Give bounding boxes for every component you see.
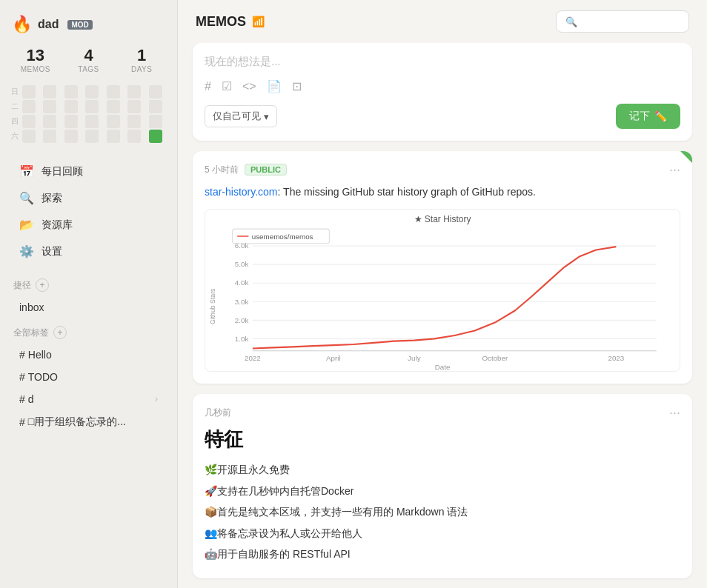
- nav-daily-review[interactable]: 📅 每日回顾: [6, 158, 171, 184]
- search-box[interactable]: 🔍: [556, 10, 689, 33]
- memo-content-1: star-history.com: The missing GitHub sta…: [205, 184, 680, 200]
- cal-cell[interactable]: [107, 115, 120, 128]
- cal-cell[interactable]: [64, 130, 78, 143]
- tag-d[interactable]: # d ›: [6, 389, 171, 410]
- document-icon[interactable]: 📄: [267, 79, 282, 93]
- tag-d-label: # d: [19, 393, 34, 405]
- more-options-button-2[interactable]: ···: [669, 406, 680, 419]
- memo-card-1: 5 小时前 PUBLIC ··· star-history.com: The m…: [193, 151, 692, 384]
- svg-text:5.0k: 5.0k: [235, 261, 249, 269]
- stat-tags: 4 TAGS: [62, 46, 116, 73]
- cal-cell[interactable]: [43, 130, 56, 143]
- memo-meta-2: 几秒前: [205, 407, 231, 419]
- submit-button[interactable]: 记下 ✏️: [616, 104, 680, 129]
- svg-text:Date: Date: [435, 363, 451, 371]
- cal-cell[interactable]: [43, 115, 56, 128]
- shortcuts-add-button[interactable]: +: [36, 278, 49, 292]
- cal-cell[interactable]: [22, 100, 36, 113]
- tag-todo[interactable]: # TODO: [6, 367, 171, 387]
- stat-days-value: 1: [137, 46, 146, 65]
- svg-text:4.0k: 4.0k: [235, 279, 249, 287]
- cal-cell[interactable]: [85, 85, 99, 98]
- svg-text:April: April: [326, 354, 341, 362]
- nav-explore-label: 探索: [42, 192, 62, 205]
- svg-text:★ Star History: ★ Star History: [414, 215, 471, 225]
- svg-text:1.0k: 1.0k: [235, 335, 249, 343]
- cal-cell[interactable]: [107, 85, 120, 98]
- cal-cell[interactable]: [64, 85, 78, 98]
- shortcut-inbox-label: inbox: [19, 301, 44, 313]
- mod-badge: MOD: [67, 20, 92, 30]
- tags-add-button[interactable]: +: [53, 326, 67, 339]
- nav-explore[interactable]: 🔍 探索: [6, 185, 171, 211]
- cal-row-label: 六: [9, 130, 21, 143]
- memo-header-2: 几秒前 ···: [205, 406, 680, 419]
- svg-text:2.0k: 2.0k: [235, 316, 249, 324]
- code-icon[interactable]: <>: [242, 80, 256, 93]
- page-title-text: MEMOS: [196, 14, 246, 30]
- nav-settings[interactable]: ⚙️ 设置: [6, 238, 171, 264]
- star-history-link[interactable]: star-history.com: [205, 186, 278, 198]
- cal-cell[interactable]: [107, 130, 120, 143]
- cal-cell[interactable]: [22, 115, 36, 128]
- tag-hello-label: # Hello: [19, 349, 52, 361]
- tag-todo-label: # TODO: [19, 371, 58, 383]
- cal-cell[interactable]: [107, 100, 120, 113]
- search-icon: 🔍: [565, 16, 577, 27]
- sidebar: 🔥 dad MOD 13 MEMOS 4 TAGS 1 DAYS 日二四六 📅 …: [0, 0, 178, 588]
- more-options-button-1[interactable]: ···: [669, 163, 680, 176]
- cal-cell[interactable]: [127, 85, 141, 98]
- cal-cell[interactable]: [85, 100, 99, 113]
- cal-cell[interactable]: [64, 115, 78, 128]
- feature-item-1: 🌿开源且永久免费: [205, 461, 680, 478]
- svg-text:July: July: [408, 354, 421, 362]
- search-input[interactable]: [582, 16, 680, 27]
- stat-days-label: DAYS: [131, 65, 153, 73]
- memos-list: 现在的想法是... # ☑ <> 📄 ⊡ 仅自己可见 ▾ 记下 ✏️: [178, 43, 707, 588]
- compose-placeholder[interactable]: 现在的想法是...: [205, 55, 680, 69]
- nav-section: 📅 每日回顾 🔍 探索 📂 资源库 ⚙️ 设置: [0, 152, 177, 271]
- feature-item-5: 🤖用于自助服务的 RESTful API: [205, 546, 680, 562]
- settings-icon: ⚙️: [19, 244, 34, 258]
- logo-icon: 🔥: [12, 15, 32, 34]
- nav-resources[interactable]: 📂 资源库: [6, 212, 171, 238]
- memo-title-2: 特征: [205, 427, 680, 452]
- cal-cell[interactable]: [64, 100, 78, 113]
- nav-resources-label: 资源库: [42, 218, 73, 232]
- cal-cell[interactable]: [127, 115, 141, 128]
- fullscreen-icon[interactable]: ⊡: [292, 79, 302, 93]
- cal-cell[interactable]: [43, 100, 56, 113]
- cal-cell[interactable]: [22, 85, 36, 98]
- cal-cell[interactable]: [43, 85, 56, 98]
- chevron-down-icon: ▾: [264, 111, 269, 122]
- cal-cell[interactable]: [149, 100, 162, 113]
- stat-memos-value: 13: [27, 46, 44, 65]
- cal-cell[interactable]: [149, 85, 162, 98]
- cal-cell[interactable]: [127, 100, 141, 113]
- chart-svg: ★ Star History usememos/memos Github Sta…: [205, 210, 680, 371]
- chevron-right-icon: ›: [155, 394, 158, 404]
- svg-text:6.0k: 6.0k: [235, 242, 249, 250]
- visibility-button[interactable]: 仅自己可见 ▾: [205, 105, 277, 127]
- svg-text:October: October: [482, 354, 508, 362]
- cal-cell[interactable]: [149, 115, 162, 128]
- shortcut-inbox[interactable]: inbox: [6, 297, 171, 318]
- public-badge-1: PUBLIC: [245, 164, 287, 176]
- tag-organize[interactable]: # □用于组织备忘录的...: [6, 411, 171, 433]
- memo-card-2: 几秒前 ··· 特征 🌿开源且永久免费 🚀支持在几秒钟内自托管Docker 📦首…: [193, 394, 692, 578]
- tag-hello[interactable]: # Hello: [6, 344, 171, 365]
- topbar: MEMOS 📶 🔍: [178, 0, 707, 43]
- cal-cell[interactable]: [85, 130, 99, 143]
- cal-cell[interactable]: [22, 130, 36, 143]
- compose-toolbar: # ☑ <> 📄 ⊡: [205, 79, 680, 93]
- checkbox-icon[interactable]: ☑: [222, 79, 232, 93]
- cal-row-label: 二: [9, 100, 21, 113]
- top-accent-decoration: [680, 151, 692, 163]
- stat-days: 1 DAYS: [115, 46, 168, 73]
- hashtag-icon[interactable]: #: [205, 80, 211, 93]
- cal-cell[interactable]: [127, 130, 141, 143]
- sidebar-header: 🔥 dad MOD: [0, 9, 177, 43]
- cal-cell[interactable]: [149, 130, 162, 143]
- cal-cell[interactable]: [85, 115, 99, 128]
- svg-text:Github Stars: Github Stars: [209, 288, 216, 324]
